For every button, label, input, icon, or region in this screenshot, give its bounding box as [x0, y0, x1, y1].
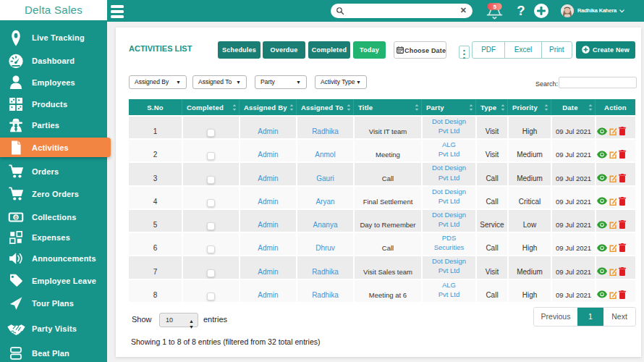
svg-text:0: 0: [14, 215, 17, 221]
svg-text:5: 5: [493, 4, 496, 10]
